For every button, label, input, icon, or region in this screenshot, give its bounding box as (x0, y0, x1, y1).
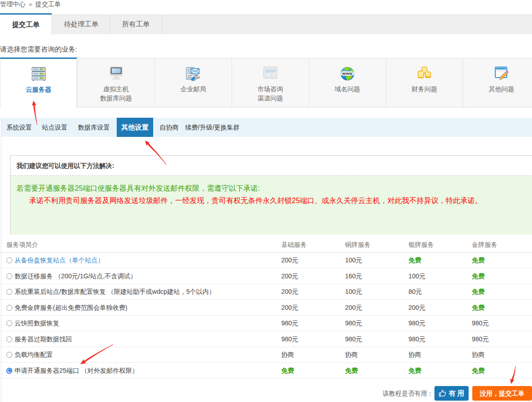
svg-text:www: www (341, 71, 352, 76)
